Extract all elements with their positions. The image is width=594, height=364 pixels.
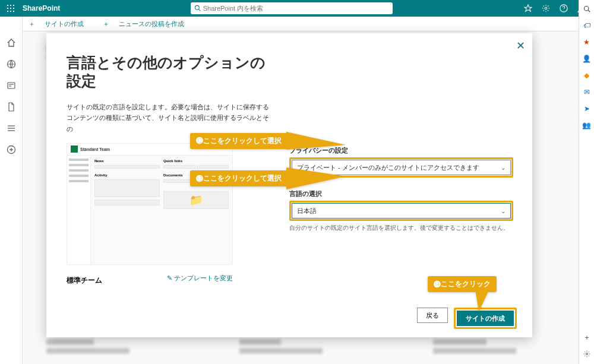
search-box[interactable]	[191, 2, 393, 14]
svg-rect-7	[10, 11, 11, 12]
callout-12: ⓬ここをクリックして選択	[190, 132, 346, 150]
svg-rect-1	[10, 5, 11, 6]
search-input[interactable]	[203, 5, 389, 12]
svg-rect-4	[10, 8, 11, 9]
right-sidebar: 🏷 ★ 👤 ◆ ✉ ➤ 👥 ＋	[579, 0, 594, 364]
app-launcher-icon[interactable]	[5, 5, 17, 12]
plus-icon[interactable]: ＋	[583, 333, 591, 341]
send-icon[interactable]: ➤	[583, 105, 591, 113]
svg-point-26	[586, 353, 587, 355]
outlook-icon[interactable]: ✉	[583, 88, 591, 96]
back-button[interactable]: 戻る	[417, 308, 448, 323]
tag-icon[interactable]: 🏷	[583, 21, 591, 30]
chevron-down-icon: ⌄	[501, 208, 505, 214]
suite-title[interactable]: SharePoint	[23, 4, 60, 12]
suite-bar: SharePoint	[0, 0, 594, 17]
home-icon[interactable]	[6, 37, 17, 48]
lists-icon[interactable]	[6, 123, 17, 134]
svg-point-11	[545, 7, 547, 10]
orange-icon[interactable]: ◆	[583, 71, 591, 80]
left-rail	[0, 17, 23, 364]
modal-title: 言語とその他のオプションの設定	[67, 53, 274, 91]
svg-rect-15	[8, 83, 15, 88]
files-icon[interactable]	[6, 102, 17, 112]
change-template-link[interactable]: ✎ テンプレートを変更	[167, 274, 233, 283]
template-preview: Standard Team News Activity Quick links	[67, 143, 233, 265]
svg-point-24	[584, 7, 589, 11]
news-icon[interactable]	[6, 80, 17, 91]
svg-rect-2	[13, 5, 14, 6]
premium-icon[interactable]	[523, 3, 533, 14]
star-icon[interactable]: ★	[583, 38, 591, 46]
pencil-icon: ✎	[167, 274, 172, 282]
chevron-down-icon: ⌄	[501, 164, 505, 171]
settings-icon[interactable]	[541, 3, 551, 14]
svg-line-10	[198, 9, 200, 11]
svg-rect-6	[7, 11, 8, 12]
language-label: 言語の選択	[289, 189, 513, 198]
callout-14: ⓮ここをクリック	[428, 276, 497, 292]
create-site-button[interactable]: サイトの作成	[457, 311, 514, 326]
language-hint: 自分のサイトの既定のサイト言語を選択します。後で変更することはできません。	[289, 224, 513, 232]
teams-icon[interactable]: 👥	[583, 121, 591, 129]
help-icon[interactable]	[558, 3, 569, 14]
gear-icon[interactable]	[583, 350, 591, 358]
globe-icon[interactable]	[6, 59, 17, 69]
svg-rect-0	[7, 5, 8, 6]
modal-description: サイトの既定の言語を設定します。必要な場合は、サイトに保存するコンテンツの種類に…	[67, 102, 274, 135]
create-icon[interactable]	[6, 144, 17, 155]
callout-13: ⓭ここをクリックして選択	[190, 167, 346, 189]
person-icon[interactable]: 👤	[583, 55, 591, 63]
search-icon[interactable]	[583, 5, 591, 13]
svg-point-9	[195, 5, 199, 10]
svg-rect-3	[7, 8, 8, 9]
language-dropdown[interactable]: 日本語 ⌄	[292, 203, 511, 219]
svg-rect-8	[13, 11, 14, 12]
template-name: 標準チーム	[67, 276, 102, 286]
search-icon	[194, 5, 201, 12]
svg-line-25	[588, 10, 590, 12]
svg-rect-5	[13, 8, 14, 9]
